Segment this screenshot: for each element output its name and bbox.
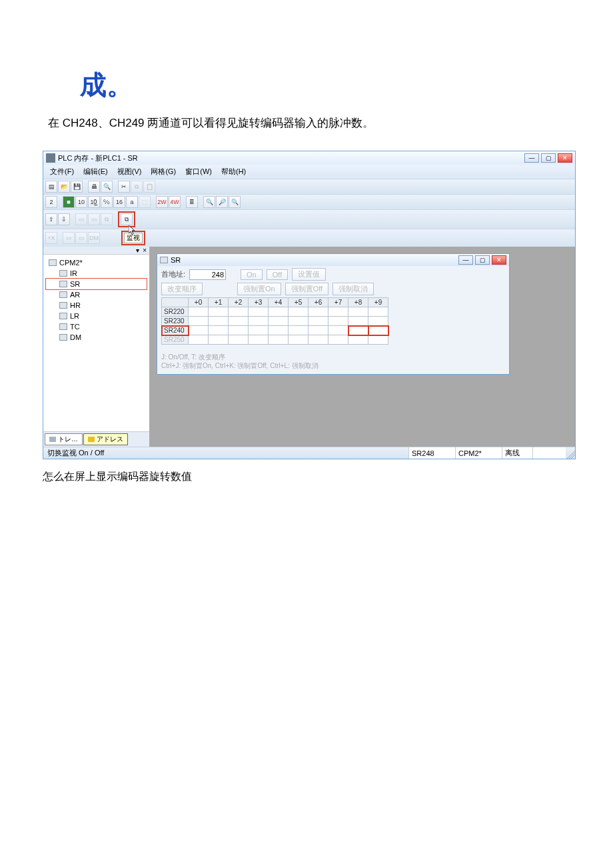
tree-item-hr[interactable]: HR	[46, 300, 147, 311]
titlebar: PLC 内存 - 新PLC1 - SR — ▢ ✕	[43, 151, 575, 165]
status-empty	[532, 447, 566, 459]
menu-edit[interactable]: 编辑(E)	[79, 166, 112, 177]
col-header: +9	[368, 298, 388, 307]
force-off-button[interactable]: 强制置Off	[285, 283, 328, 295]
fmt-btn-9[interactable]: 4W	[169, 196, 181, 208]
window-title: PLC 内存 - 新PLC1 - SR	[58, 153, 522, 163]
zoom-in-button[interactable]: 🔎	[216, 196, 228, 208]
memory-grid[interactable]: +0 +1 +2 +3 +4 +5 +6 +7 +8 +9	[161, 297, 388, 345]
monitor-highlight: ⧉	[118, 211, 135, 227]
maximize-button[interactable]: ▢	[541, 153, 556, 163]
inner-maximize-button[interactable]: ▢	[475, 255, 490, 265]
first-address-input[interactable]	[189, 269, 226, 280]
copy-button[interactable]: ⧉	[131, 181, 143, 193]
force-on-button[interactable]: 强制置On	[237, 283, 281, 295]
fmt-btn-0[interactable]: 2	[45, 196, 57, 208]
open-button[interactable]: 📂	[58, 181, 70, 193]
tb3-btn-2[interactable]: ▭	[75, 213, 87, 225]
download-button[interactable]: ⇩	[58, 213, 70, 225]
resize-grip[interactable]	[566, 447, 575, 459]
off-button[interactable]: Off	[267, 269, 288, 280]
preview-button[interactable]: 🔍	[101, 181, 113, 193]
tree-item-dm[interactable]: DM	[46, 332, 147, 343]
tab-icon	[49, 437, 56, 442]
tree-item-ir[interactable]: IR	[46, 268, 147, 279]
fmt-btn-2[interactable]: 10	[75, 196, 87, 208]
grid-row-highlight[interactable]: SR240	[162, 326, 388, 335]
grid-row[interactable]: SR230	[162, 317, 388, 326]
zoom-out-button[interactable]: 🔍	[229, 196, 241, 208]
tb4-btn-0[interactable]: +X	[45, 232, 57, 244]
sidebar-close-icon[interactable]: ×	[141, 247, 148, 254]
tb4-btn-1[interactable]: ▭	[63, 232, 75, 244]
menu-help[interactable]: 帮助(H)	[217, 166, 250, 177]
side-tab-trace[interactable]: トレ…	[45, 433, 83, 445]
tree-item-ar[interactable]: AR	[46, 289, 147, 300]
grid-row[interactable]: SR220	[162, 307, 388, 317]
grid-cell-highlight[interactable]	[368, 326, 388, 335]
minimize-button[interactable]: —	[524, 153, 539, 163]
tree-root[interactable]: CPM2*	[46, 257, 147, 268]
fmt-btn-3[interactable]: 10̲	[88, 196, 100, 208]
tree-item-label: IR	[70, 269, 77, 277]
monitor-tooltip-box: 监视	[121, 231, 145, 245]
menu-file[interactable]: 文件(F)	[46, 166, 78, 177]
fmt-btn-1[interactable]: ■	[63, 196, 75, 208]
inner-titlebar: SR — ▢ ✕	[157, 254, 509, 266]
heading-text: 成。	[80, 67, 573, 103]
grid-row[interactable]: SR250	[162, 335, 388, 345]
force-cancel-button[interactable]: 强制取消	[332, 283, 374, 295]
col-header: +7	[328, 298, 348, 307]
set-value-button[interactable]: 设置值	[292, 268, 326, 281]
sidebar-dropdown-icon[interactable]: ▾	[135, 247, 141, 254]
grid-corner	[162, 298, 189, 307]
monitor-icon-button[interactable]: ⧉	[121, 213, 133, 225]
tb4-btn-2[interactable]: ▭	[75, 232, 87, 244]
menu-grid[interactable]: 网格(G)	[147, 166, 180, 177]
memory-icon	[59, 270, 67, 277]
memory-window: SR — ▢ ✕ 首地址: On Off	[157, 253, 510, 375]
print-button[interactable]: 🖶	[88, 181, 100, 193]
sidebar-tabs: トレ… アドレス	[43, 431, 149, 447]
fmt-btn-8[interactable]: 2W	[156, 196, 168, 208]
memory-icon	[59, 334, 67, 341]
tree-item-label: LR	[70, 312, 79, 320]
side-tab-address[interactable]: アドレス	[83, 433, 128, 445]
new-button[interactable]: ▤	[45, 181, 57, 193]
cut-button[interactable]: ✂	[118, 181, 130, 193]
app-icon	[46, 153, 55, 163]
fmt-btn-10[interactable]: ≣	[186, 196, 198, 208]
inner-close-button[interactable]: ✕	[492, 255, 506, 265]
fmt-btn-5[interactable]: 16	[113, 196, 125, 208]
tb3-btn-3[interactable]: ▭	[88, 213, 100, 225]
col-header: +2	[229, 298, 249, 307]
row-header: SR230	[162, 317, 189, 326]
paste-button[interactable]: 📋	[143, 181, 155, 193]
change-order-button[interactable]: 改变顺序	[161, 283, 203, 295]
col-header: +3	[249, 298, 269, 307]
row-header: SR220	[162, 307, 189, 317]
menu-window[interactable]: 窗口(W)	[181, 166, 216, 177]
fmt-btn-7[interactable]: ⬚	[139, 196, 151, 208]
upload-button[interactable]: ⇪	[45, 213, 57, 225]
tb4-btn-3[interactable]: DM	[88, 232, 100, 244]
toolbar-format: 2 ■ 10 10̲ ⁰⁄₀ 16 a ⬚ 2W 4W ≣ 🔍 🔎 🔍	[43, 194, 575, 209]
fmt-btn-6[interactable]: a	[126, 196, 138, 208]
grid-cell-highlight[interactable]	[348, 326, 368, 335]
tree-item-lr[interactable]: LR	[46, 311, 147, 321]
fmt-btn-4[interactable]: ⁰⁄₀	[101, 196, 113, 208]
menu-view[interactable]: 视图(V)	[113, 166, 146, 177]
tree-item-sr[interactable]: SR	[46, 279, 147, 289]
memory-icon	[59, 313, 67, 319]
close-button[interactable]: ✕	[558, 153, 572, 163]
zoom-button[interactable]: 🔍	[203, 196, 215, 208]
save-button[interactable]: 💾	[71, 181, 83, 193]
toolbar-main: ▤ 📂 💾 🖶 🔍 ✂ ⧉ 📋	[43, 179, 575, 194]
tree-item-label: AR	[70, 291, 80, 299]
on-button[interactable]: On	[241, 269, 263, 280]
tree-item-tc[interactable]: TC	[46, 321, 147, 332]
status-connection: 离线	[502, 447, 532, 459]
memory-icon	[59, 323, 67, 330]
inner-minimize-button[interactable]: —	[458, 255, 473, 265]
tb3-btn-4[interactable]: ⧉	[101, 213, 113, 225]
